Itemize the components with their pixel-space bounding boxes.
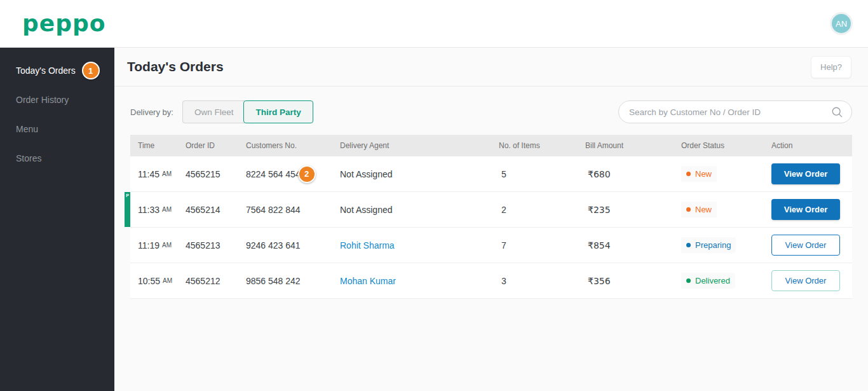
view-order-button[interactable]: View Order xyxy=(771,199,840,220)
status-dot xyxy=(686,172,691,176)
col-action: Action xyxy=(771,141,852,150)
help-button[interactable]: Help? xyxy=(811,56,851,78)
sidebar-item-label: Stores xyxy=(16,153,41,163)
sidebar-item-menu[interactable]: Menu xyxy=(0,114,114,144)
customer-no-cell: 9246 423 641 xyxy=(246,240,340,250)
status-cell: Delivered xyxy=(681,273,771,289)
col-customer-no: Customers No. xyxy=(246,141,340,150)
app-root: peppo AN Today's Orders 1 Order History … xyxy=(0,0,868,391)
action-cell: View Order xyxy=(771,270,852,291)
status-cell: New xyxy=(681,166,771,182)
col-time: Time xyxy=(138,141,186,150)
third-party-toggle[interactable]: Third Party xyxy=(243,100,313,123)
items-cell: 5 xyxy=(499,169,585,179)
delivery-agent-link[interactable]: Rohit Sharma xyxy=(340,240,499,250)
delivery-by-toggle: Own Fleet Third Party xyxy=(182,100,313,123)
orders-table: Time Order ID Customers No. Delivery Age… xyxy=(130,135,852,299)
table-header: Time Order ID Customers No. Delivery Age… xyxy=(130,135,852,156)
top-bar: peppo AN xyxy=(0,0,868,48)
status-label: Preparing xyxy=(695,240,731,250)
status-label: New xyxy=(695,205,712,214)
main-content: Today's Orders Help? Delivery by: Own Fl… xyxy=(114,48,868,391)
status-label: New xyxy=(695,169,712,179)
bill-cell: ₹235 xyxy=(585,205,681,215)
customer-no-cell: 9856 548 242 xyxy=(246,276,340,286)
view-order-button[interactable]: View Order xyxy=(771,163,840,184)
items-cell: 3 xyxy=(499,276,585,286)
delivery-agent-cell: Not Assigned xyxy=(340,169,499,179)
col-items: No. of Items xyxy=(499,141,585,150)
time-cell: 10:55AM xyxy=(138,276,186,286)
customer-no-cell: 8224 564 454 2 xyxy=(246,165,340,183)
bill-cell: ₹680 xyxy=(585,169,681,179)
search-input[interactable] xyxy=(629,107,831,117)
sidebar-item-label: Order History xyxy=(16,95,69,105)
order-id-cell: 4565213 xyxy=(186,240,246,250)
sidebar-item-stores[interactable]: Stores xyxy=(0,144,114,173)
order-id-cell: 4565214 xyxy=(186,205,246,215)
view-order-button[interactable]: View Order xyxy=(771,270,840,291)
sidebar-item-label: Today's Orders xyxy=(16,65,76,76)
action-cell: View Order xyxy=(771,235,852,256)
action-cell: View Order xyxy=(771,163,852,184)
table-row: 11:19AM 4565213 9246 423 641 Rohit Sharm… xyxy=(130,228,852,263)
status-dot xyxy=(686,278,691,283)
sidebar: Today's Orders 1 Order History Menu Stor… xyxy=(0,48,114,391)
table-row: 10:55AM 4565212 9856 548 242 Mohan Kumar… xyxy=(130,263,852,299)
col-delivery-agent: Delivery Agent xyxy=(340,141,499,150)
title-bar: Today's Orders Help? xyxy=(114,48,868,86)
order-id-cell: 4565212 xyxy=(186,276,246,286)
page-title: Today's Orders xyxy=(127,59,224,74)
time-cell: 11:45AM xyxy=(138,169,186,179)
col-status: Order Status xyxy=(681,141,771,150)
user-avatar[interactable]: AN xyxy=(830,12,853,35)
priority-indicator: P xyxy=(125,192,130,227)
bill-cell: ₹854 xyxy=(585,240,681,250)
status-badge: Delivered xyxy=(681,273,735,289)
delivery-agent-cell: Not Assigned xyxy=(340,205,499,215)
step-badge-1: 1 xyxy=(82,62,100,79)
items-cell: 2 xyxy=(499,205,585,215)
sidebar-item-order-history[interactable]: Order History xyxy=(0,85,114,114)
status-dot xyxy=(686,243,691,247)
status-badge: New xyxy=(681,202,717,217)
sidebar-item-label: Menu xyxy=(16,124,38,134)
order-id-cell: 4565215 xyxy=(186,169,246,179)
status-badge: New xyxy=(681,166,717,182)
col-order-id: Order ID xyxy=(186,141,246,150)
sidebar-item-todays-orders[interactable]: Today's Orders 1 xyxy=(0,56,114,85)
items-cell: 7 xyxy=(499,240,585,250)
bill-cell: ₹356 xyxy=(585,276,681,286)
status-dot xyxy=(686,207,691,212)
view-order-button[interactable]: View Order xyxy=(771,235,840,256)
action-cell: View Order xyxy=(771,199,852,220)
status-cell: New xyxy=(681,202,771,217)
table-row: 11:45AM 4565215 8224 564 454 2 Not Assig… xyxy=(130,156,852,192)
col-bill: Bill Amount xyxy=(585,141,681,150)
delivery-agent-link[interactable]: Mohan Kumar xyxy=(340,276,499,286)
peppo-logo[interactable]: peppo xyxy=(22,12,105,35)
filters-row: Delivery by: Own Fleet Third Party xyxy=(130,100,852,123)
status-badge: Preparing xyxy=(681,237,736,253)
status-label: Delivered xyxy=(695,276,730,285)
table-row: P 11:33AM 4565214 7564 822 844 Not Assig… xyxy=(130,192,852,228)
time-cell: 11:19AM xyxy=(138,240,186,250)
customer-no-cell: 7564 822 844 xyxy=(246,205,340,215)
search-box xyxy=(618,100,852,123)
time-cell: 11:33AM xyxy=(138,205,186,215)
delivery-by-label: Delivery by: xyxy=(130,107,173,117)
search-icon[interactable] xyxy=(831,106,843,118)
step-badge-2: 2 xyxy=(298,165,316,183)
status-cell: Preparing xyxy=(681,237,771,253)
own-fleet-toggle[interactable]: Own Fleet xyxy=(182,100,245,123)
